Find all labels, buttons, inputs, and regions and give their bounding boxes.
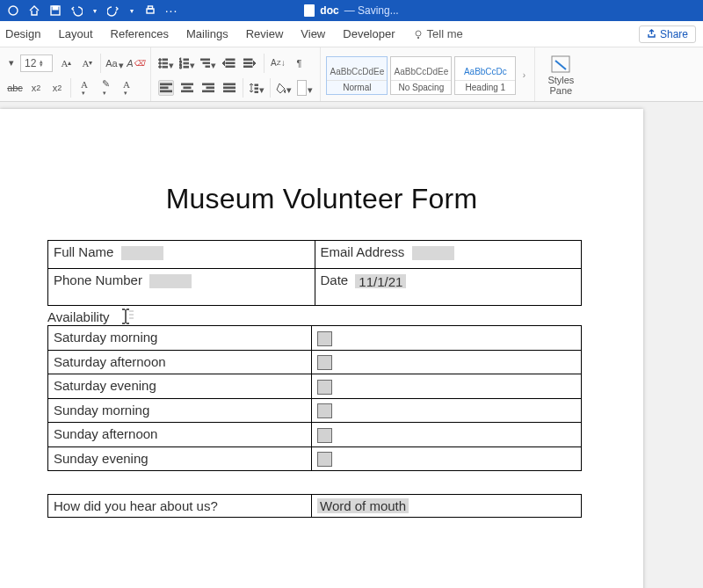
svg-rect-23 bbox=[226, 66, 235, 68]
svg-rect-25 bbox=[243, 62, 252, 64]
slot-label: Sunday morning bbox=[48, 398, 312, 423]
svg-rect-27 bbox=[160, 83, 172, 85]
referral-table: How did you hear about us? Word of mouth bbox=[47, 494, 582, 518]
increase-indent-icon[interactable] bbox=[243, 55, 258, 71]
change-case-icon[interactable]: Aa▾ bbox=[106, 55, 122, 71]
svg-rect-2 bbox=[53, 6, 58, 10]
ribbon-toolbar: ▾ 12 ▴▾ A▴ A▾ Aa▾ A⌫ abc x2 x2 A▾ ✎▾ A▾ … bbox=[0, 47, 703, 102]
style-no-spacing[interactable]: AaBbCcDdEe No Spacing bbox=[390, 56, 452, 95]
checkbox-sat-evening[interactable] bbox=[317, 380, 332, 395]
home-icon[interactable] bbox=[28, 4, 40, 17]
table-row: Saturday evening bbox=[48, 374, 582, 399]
subscript-icon[interactable]: x2 bbox=[28, 80, 44, 96]
increase-font-icon[interactable]: A▴ bbox=[58, 55, 74, 71]
full-name-label: Full Name bbox=[54, 244, 113, 259]
word-doc-icon bbox=[304, 4, 315, 17]
svg-rect-33 bbox=[202, 83, 214, 85]
email-field[interactable] bbox=[412, 246, 454, 260]
tab-developer[interactable]: Developer bbox=[343, 27, 395, 40]
styles-pane-icon bbox=[551, 55, 570, 73]
superscript-icon[interactable]: x2 bbox=[49, 80, 65, 96]
style-heading-1[interactable]: AaBbCcDc Heading 1 bbox=[454, 56, 516, 95]
justify-icon[interactable] bbox=[221, 80, 237, 96]
align-center-icon[interactable] bbox=[179, 80, 195, 96]
table-row: Saturday afternoon bbox=[48, 350, 582, 374]
text-effects-icon[interactable]: A▾ bbox=[76, 80, 92, 96]
undo-dropdown-icon[interactable]: ▾ bbox=[91, 4, 98, 17]
redo-dropdown-icon[interactable]: ▾ bbox=[128, 4, 135, 17]
save-icon[interactable] bbox=[49, 4, 62, 17]
align-left-icon[interactable] bbox=[158, 80, 174, 96]
document-canvas[interactable]: Museum Volunteer Form Full Name Email Ad… bbox=[0, 102, 703, 588]
multilevel-list-icon[interactable]: ▾ bbox=[200, 55, 216, 71]
numbering-icon[interactable]: 123▾ bbox=[179, 55, 195, 71]
tab-design[interactable]: Design bbox=[5, 27, 40, 40]
line-spacing-icon[interactable]: ▾ bbox=[249, 80, 265, 96]
svg-rect-35 bbox=[202, 91, 214, 92]
redo-icon[interactable] bbox=[107, 4, 120, 17]
show-marks-icon[interactable]: ¶ bbox=[291, 55, 307, 71]
font-family-dropdown-icon[interactable]: ▾ bbox=[8, 60, 15, 67]
checkbox-sat-afternoon[interactable] bbox=[317, 355, 332, 370]
table-row: Phone Number Date 11/1/21 bbox=[48, 269, 582, 306]
borders-icon[interactable]: ▾ bbox=[297, 80, 313, 96]
font-color-icon[interactable]: A▾ bbox=[119, 80, 134, 96]
share-button[interactable]: Share bbox=[639, 25, 696, 43]
tab-mailings[interactable]: Mailings bbox=[186, 27, 228, 40]
decrease-font-icon[interactable]: A▾ bbox=[79, 55, 95, 71]
styles-pane-group: Styles Pane bbox=[535, 47, 586, 102]
titlebar: ▾ ▾ ··· doc — Saving... bbox=[0, 0, 703, 21]
table-row: Sunday evening bbox=[48, 446, 582, 471]
full-name-field[interactable] bbox=[121, 246, 163, 260]
ribbon-tabs: Design Layout References Mailings Review… bbox=[0, 21, 703, 47]
tab-references[interactable]: References bbox=[111, 27, 169, 40]
shading-icon[interactable]: ▾ bbox=[276, 80, 292, 96]
clear-formatting-icon[interactable]: A⌫ bbox=[127, 55, 143, 71]
svg-rect-15 bbox=[184, 62, 189, 64]
tab-review[interactable]: Review bbox=[246, 27, 284, 40]
style-normal[interactable]: AaBbCcDdEe Normal bbox=[326, 56, 388, 95]
bullets-icon[interactable]: ▾ bbox=[158, 55, 174, 71]
decrease-indent-icon[interactable] bbox=[221, 55, 237, 71]
tab-view[interactable]: View bbox=[301, 27, 325, 40]
date-field[interactable]: 11/1/21 bbox=[355, 274, 406, 288]
svg-rect-37 bbox=[223, 87, 236, 89]
document-name: doc bbox=[320, 4, 338, 17]
svg-rect-29 bbox=[160, 91, 172, 92]
save-status: — Saving... bbox=[344, 4, 399, 17]
text-cursor-icon bbox=[117, 308, 134, 325]
checkbox-sun-afternoon[interactable] bbox=[317, 428, 332, 443]
svg-point-8 bbox=[159, 62, 162, 64]
svg-rect-19 bbox=[203, 62, 210, 63]
svg-rect-18 bbox=[200, 59, 210, 60]
svg-rect-17 bbox=[184, 66, 189, 68]
sort-icon[interactable]: AZ↓ bbox=[270, 55, 286, 71]
contact-info-table: Full Name Email Address Phone Number Dat… bbox=[47, 240, 582, 306]
svg-rect-22 bbox=[226, 62, 235, 64]
checkbox-sun-evening[interactable] bbox=[317, 452, 332, 467]
font-size-spinner[interactable]: 12 ▴▾ bbox=[20, 54, 53, 72]
svg-rect-24 bbox=[243, 59, 252, 61]
styles-pane-button[interactable]: Styles Pane bbox=[542, 55, 579, 96]
checkbox-sun-morning[interactable] bbox=[317, 403, 332, 418]
document-page[interactable]: Museum Volunteer Form Full Name Email Ad… bbox=[0, 109, 643, 588]
styles-group: AaBbCcDdEe Normal AaBbCcDdEe No Spacing … bbox=[321, 47, 535, 102]
referral-answer[interactable]: Word of mouth bbox=[317, 498, 409, 513]
tell-me-search[interactable]: Tell me bbox=[413, 27, 463, 40]
svg-rect-3 bbox=[147, 9, 154, 13]
styles-more-icon[interactable]: › bbox=[518, 70, 529, 80]
undo-icon[interactable] bbox=[70, 4, 83, 17]
highlight-icon[interactable]: ✎▾ bbox=[98, 80, 113, 96]
availability-table: Saturday morning Saturday afternoon Satu… bbox=[47, 325, 582, 471]
tab-layout[interactable]: Layout bbox=[58, 27, 92, 40]
svg-point-42 bbox=[285, 90, 286, 92]
font-group: ▾ 12 ▴▾ A▴ A▾ Aa▾ A⌫ abc x2 x2 A▾ ✎▾ A▾ bbox=[0, 47, 151, 102]
strike-icon[interactable]: abc bbox=[7, 80, 23, 96]
phone-field[interactable] bbox=[149, 274, 192, 288]
checkbox-sat-morning[interactable] bbox=[317, 331, 332, 346]
more-qat-icon[interactable]: ··· bbox=[165, 4, 178, 17]
slot-label: Sunday evening bbox=[48, 446, 312, 471]
align-right-icon[interactable] bbox=[200, 80, 216, 96]
print-icon[interactable] bbox=[144, 4, 156, 17]
autosave-toggle-icon[interactable] bbox=[7, 4, 19, 17]
